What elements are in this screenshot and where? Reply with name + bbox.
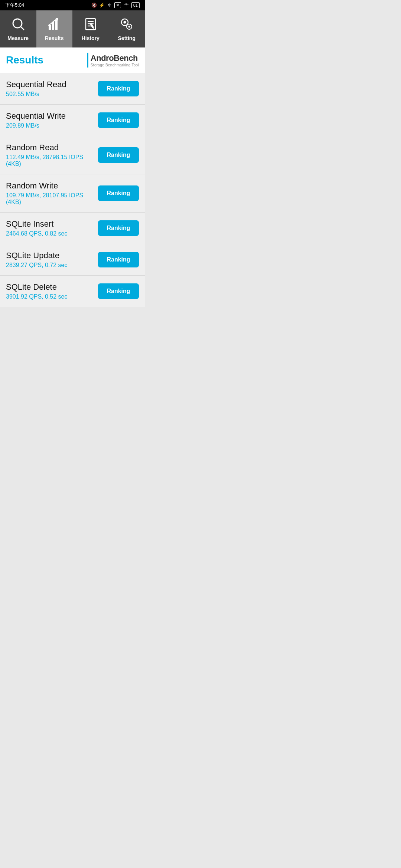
tab-results-label: Results [45,35,64,41]
status-bar: 下午5:04 🔇 ⚡ ✕ 81 [0,0,145,10]
bluetooth-icon: ⚡ [99,3,105,8]
svg-rect-4 [55,20,58,30]
ranking-button[interactable]: Ranking [98,252,139,267]
ranking-button[interactable]: Ranking [98,112,139,128]
tab-history[interactable]: History [72,10,109,47]
history-icon [84,17,98,33]
brand-bar [87,53,88,68]
svg-rect-2 [49,25,51,30]
bench-info: Sequential Read 502.55 MB/s [6,80,98,98]
brand-container: AndroBench Storage Benchmarking Tool [87,53,139,68]
bench-info: SQLite Insert 2464.68 QPS, 0.82 sec [6,219,98,237]
svg-line-1 [21,27,24,30]
bluetooth-icon [107,3,112,8]
bench-info: SQLite Update 2839.27 QPS, 0.72 sec [6,251,98,269]
tab-measure-label: Measure [7,35,29,41]
tab-setting[interactable]: Setting [109,10,145,47]
tab-bar: Measure Results [0,10,145,47]
results-icon [47,17,61,33]
battery-icon: 81 [131,2,140,8]
svg-point-14 [128,26,130,27]
ranking-button[interactable]: Ranking [98,220,139,236]
bench-value: 3901.92 QPS, 0.52 sec [6,293,98,300]
status-icons: 🔇 ⚡ ✕ 81 [91,2,140,8]
bench-value: 502.55 MB/s [6,91,98,98]
bench-item: SQLite Delete 3901.92 QPS, 0.52 sec Rank… [0,276,145,307]
brand-name: AndroBench [91,53,139,63]
bench-name: SQLite Insert [6,219,98,229]
mute-icon: 🔇 [91,3,97,8]
bench-item: SQLite Update 2839.27 QPS, 0.72 sec Rank… [0,244,145,276]
ranking-button[interactable]: Ranking [98,185,139,201]
bench-info: Random Read 112.49 MB/s, 28798.15 IOPS (… [6,143,98,167]
bench-name: SQLite Delete [6,282,98,292]
results-page-title: Results [6,54,43,66]
bench-item: Sequential Write 209.89 MB/s Ranking [0,105,145,136]
bench-name: SQLite Update [6,251,98,260]
bench-value: 2464.68 QPS, 0.82 sec [6,230,98,237]
svg-rect-3 [52,22,54,30]
bench-value: 109.79 MB/s, 28107.95 IOPS (4KB) [6,192,98,206]
tab-history-label: History [82,35,100,41]
wifi-icon [123,3,129,8]
tab-measure[interactable]: Measure [0,10,36,47]
bench-value: 112.49 MB/s, 28798.15 IOPS (4KB) [6,154,98,167]
ranking-button[interactable]: Ranking [98,283,139,299]
ranking-button[interactable]: Ranking [98,81,139,96]
bench-value: 209.89 MB/s [6,122,98,129]
status-time: 下午5:04 [5,2,24,9]
results-header: Results AndroBench Storage Benchmarking … [0,47,145,73]
bench-item: Sequential Read 502.55 MB/s Ranking [0,73,145,105]
measure-icon [11,17,25,33]
bench-name: Sequential Read [6,80,98,89]
bench-info: SQLite Delete 3901.92 QPS, 0.52 sec [6,282,98,300]
ranking-button[interactable]: Ranking [98,147,139,163]
bench-info: Sequential Write 209.89 MB/s [6,111,98,129]
signal-box-icon: ✕ [114,2,121,8]
bench-item: Random Write 109.79 MB/s, 28107.95 IOPS … [0,174,145,213]
bench-info: Random Write 109.79 MB/s, 28107.95 IOPS … [6,181,98,206]
benchmark-list: Sequential Read 502.55 MB/s Ranking Sequ… [0,73,145,307]
bench-item: Random Read 112.49 MB/s, 28798.15 IOPS (… [0,136,145,174]
brand-text: AndroBench Storage Benchmarking Tool [91,53,139,67]
svg-point-12 [124,21,126,23]
bench-name: Random Write [6,181,98,191]
tab-setting-label: Setting [118,35,136,41]
brand-subtitle: Storage Benchmarking Tool [91,63,139,67]
tab-results[interactable]: Results [36,10,73,47]
bench-name: Random Read [6,143,98,152]
bench-item: SQLite Insert 2464.68 QPS, 0.82 sec Rank… [0,213,145,244]
bench-value: 2839.27 QPS, 0.72 sec [6,262,98,269]
setting-icon [120,17,134,33]
bench-name: Sequential Write [6,111,98,121]
